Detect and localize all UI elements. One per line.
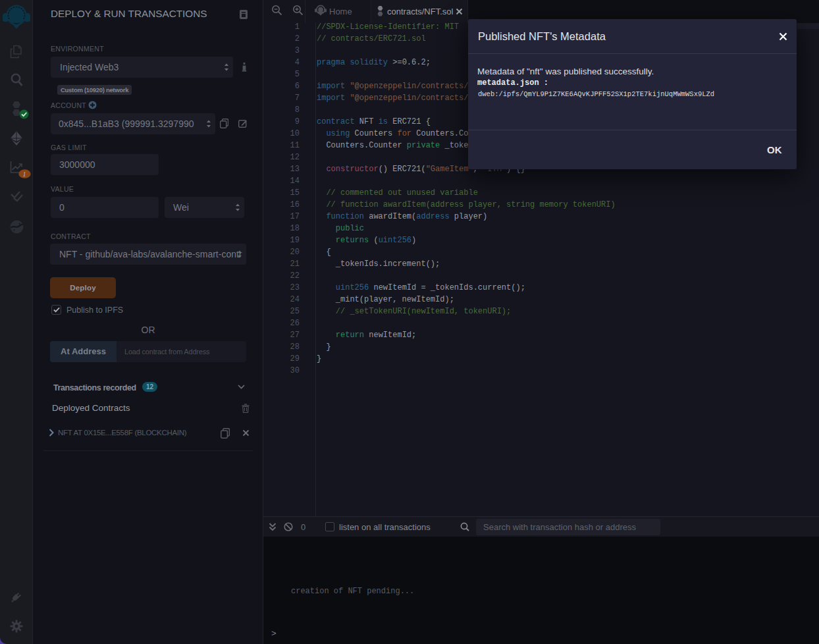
svg-text:1: 1 — [23, 171, 26, 178]
